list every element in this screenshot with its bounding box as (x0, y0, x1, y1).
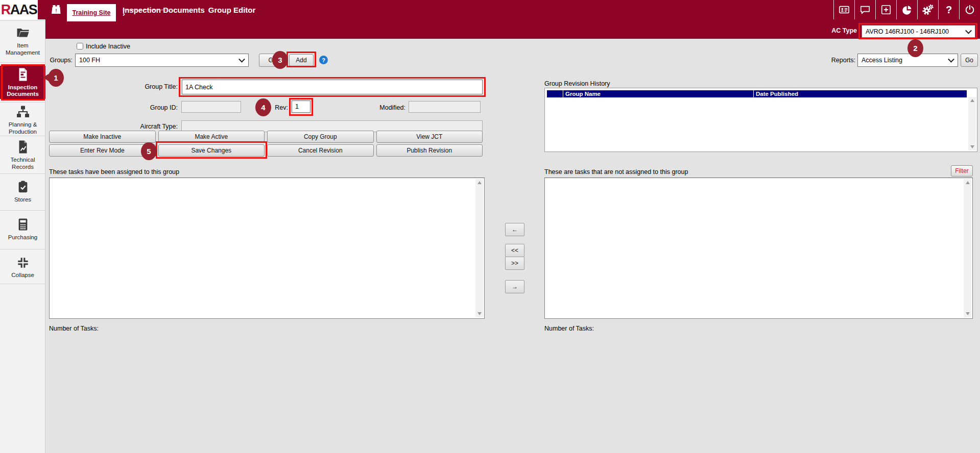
include-inactive-label: Include Inactive (86, 43, 130, 50)
arrow-left-icon: ← (512, 226, 518, 233)
add-group-button[interactable]: Add (289, 54, 314, 66)
assigned-tasks-listbox[interactable] (49, 178, 485, 319)
column-header-date-published[interactable]: Date Published (754, 90, 967, 97)
logo-letter-r: R (1, 2, 10, 18)
calculator-icon (16, 217, 30, 232)
cancel-revision-button[interactable]: Cancel Revision (267, 144, 374, 157)
sidebar-item-collapse[interactable]: Collapse (0, 252, 45, 283)
move-all-right-button[interactable]: >> (505, 257, 524, 270)
training-site-label: Training Site (72, 9, 110, 16)
breadcrumb-current: Group Editor (208, 6, 256, 14)
add-record-icon[interactable] (875, 0, 896, 19)
reports-select[interactable]: Access Listing (857, 54, 958, 67)
scroll-down-icon[interactable] (970, 145, 974, 148)
reports-label: Reports: (822, 57, 855, 64)
double-arrow-right-icon: >> (511, 260, 518, 267)
reports-pie-chart-icon[interactable] (896, 0, 917, 19)
unassigned-tasks-listbox[interactable] (544, 178, 973, 319)
reports-selected-value: Access Listing (862, 57, 902, 64)
sidebar-item-purchasing[interactable]: Purchasing (0, 213, 45, 245)
view-jct-button[interactable]: View JCT (376, 131, 483, 143)
raas-app-window: RAAS Training Site Inspection Documents … (0, 0, 980, 453)
planning-network-icon (16, 105, 30, 119)
copy-group-label: Copy Group (304, 133, 337, 140)
group-title-label: Group Title: (117, 83, 178, 90)
sidebar-item-label: Stores (14, 196, 31, 203)
messages-chat-icon[interactable] (854, 0, 875, 19)
modified-input (409, 101, 481, 113)
groups-go-button[interactable]: Go (259, 54, 286, 67)
group-id-input (181, 101, 241, 113)
help-glyph: ? (322, 57, 325, 63)
training-site-tab[interactable]: Training Site (67, 4, 116, 21)
assigned-number-of-tasks-label: Number of Tasks: (49, 325, 99, 332)
sidebar-item-inspection-documents[interactable]: Inspection Documents (0, 66, 45, 99)
ac-type-select[interactable]: AVRO 146RJ100 - 146RJ100 (862, 25, 975, 38)
filter-button-label: Filter (955, 167, 969, 174)
header-icon-row: ? (833, 0, 980, 19)
make-inactive-button[interactable]: Make Inactive (49, 131, 156, 143)
sidebar-item-technical-records[interactable]: Technical Records (0, 137, 45, 173)
help-question-icon[interactable]: ? (938, 0, 959, 19)
move-task-right-button[interactable]: → (505, 280, 524, 293)
sidebar-item-label: Collapse (11, 272, 34, 279)
sidebar-item-label: Planning & Production (0, 121, 45, 135)
scroll-down-icon[interactable] (966, 312, 970, 315)
filter-button[interactable]: Filter (951, 165, 973, 177)
scroll-up-icon[interactable] (970, 99, 974, 102)
reports-go-label: Go (965, 57, 973, 64)
move-all-left-button[interactable]: << (505, 244, 524, 257)
unassigned-tasks-label: These are tasks that are not assigned to… (544, 168, 688, 175)
groups-help-icon[interactable]: ? (319, 56, 328, 64)
publish-revision-button[interactable]: Publish Revision (376, 144, 483, 157)
search-binoculars-icon[interactable] (50, 4, 62, 15)
help-question-glyph: ? (946, 4, 952, 16)
publish-revision-label: Publish Revision (407, 147, 452, 154)
move-task-left-button[interactable]: ← (505, 223, 524, 236)
copy-group-button[interactable]: Copy Group (267, 131, 374, 143)
revision-history-header-row: Group Name Date Published (547, 90, 967, 97)
rev-label: Rev: (260, 104, 288, 111)
revision-history-table: Group Name Date Published (544, 88, 977, 152)
sidebar-item-label: Purchasing (8, 234, 38, 241)
raas-logo: RAAS (0, 0, 38, 19)
logout-power-icon[interactable] (959, 0, 980, 19)
save-changes-button[interactable]: Save Changes (158, 144, 265, 157)
go-button-label: Go (268, 57, 276, 64)
column-header-group-name[interactable]: Group Name (563, 90, 754, 97)
sidebar-item-stores[interactable]: Stores (0, 175, 45, 207)
unassigned-number-of-tasks-label: Number of Tasks: (544, 325, 594, 332)
add-button-label: Add (296, 57, 306, 64)
reports-go-button[interactable]: Go (961, 54, 978, 67)
unassigned-tasks-scrollbar[interactable] (964, 179, 971, 317)
assigned-tasks-label: These tasks have been assigned to this g… (49, 168, 179, 175)
make-active-button[interactable]: Make Active (158, 131, 265, 143)
breadcrumb-separator: › (123, 10, 168, 10)
arrow-right-icon: → (512, 283, 518, 290)
group-action-buttons: Make Inactive Make Active Copy Group Vie… (49, 131, 483, 157)
enter-rev-mode-button[interactable]: Enter Rev Mode (49, 144, 156, 157)
scroll-down-icon[interactable] (477, 312, 482, 315)
ac-type-label: AC Type (817, 27, 857, 34)
id-card-icon[interactable] (833, 0, 854, 19)
settings-gears-icon[interactable] (917, 0, 938, 19)
sidebar-item-item-management[interactable]: Item Management (0, 23, 45, 59)
sidebar-item-label: Technical Records (0, 157, 45, 170)
rev-input[interactable] (292, 100, 310, 113)
sidebar-item-label: Item Management (0, 42, 45, 56)
folder-icon (15, 27, 31, 40)
revision-history-scrollbar[interactable] (968, 97, 976, 150)
sidebar-item-planning-production[interactable]: Planning & Production (0, 104, 45, 136)
scroll-up-icon[interactable] (477, 181, 482, 184)
groups-select[interactable]: 100 FH (75, 54, 249, 67)
include-inactive-checkbox[interactable] (77, 43, 83, 49)
assigned-tasks-scrollbar[interactable] (475, 179, 483, 317)
group-id-label: Group ID: (117, 104, 178, 111)
save-changes-label: Save Changes (191, 147, 231, 154)
view-jct-label: View JCT (416, 133, 442, 140)
group-title-input[interactable] (182, 80, 483, 94)
breadcrumb: Inspection Documents › Group Editor (123, 0, 255, 19)
inspection-document-icon (16, 67, 30, 82)
groups-label: Groups: (48, 57, 73, 64)
scroll-up-icon[interactable] (966, 181, 970, 184)
